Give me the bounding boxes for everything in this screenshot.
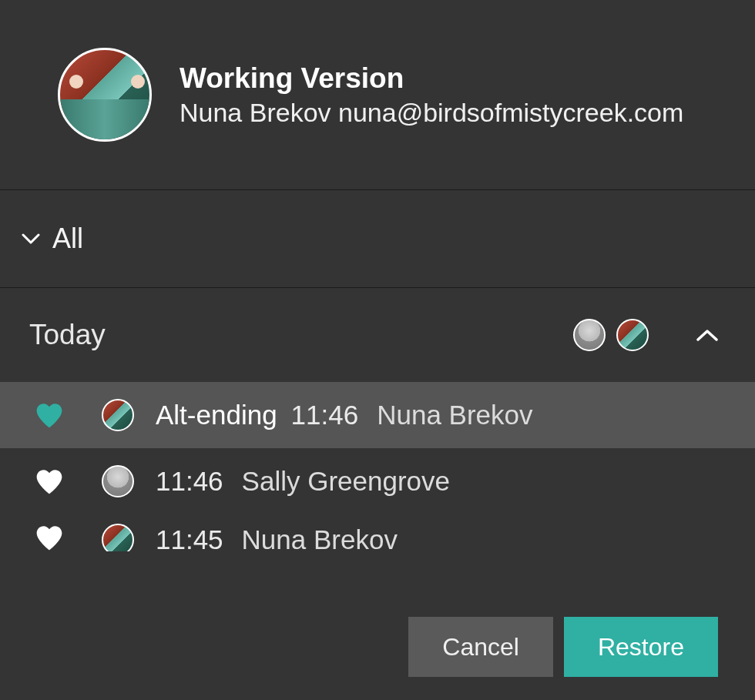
version-title: Working Version	[180, 62, 683, 95]
heart-icon[interactable]	[34, 524, 65, 551]
contributor-avatar	[573, 319, 606, 351]
version-author: Sally Greengrove	[242, 466, 450, 497]
dialog-footer: Cancel Restore	[408, 617, 718, 677]
day-header-right	[573, 319, 718, 351]
author-avatar	[102, 465, 134, 497]
user-identity: Nuna Brekov nuna@birdsofmistycreek.com	[180, 98, 683, 128]
user-email: nuna@birdsofmistycreek.com	[338, 98, 683, 127]
heart-icon[interactable]	[34, 467, 65, 495]
version-time: 11:46	[291, 400, 359, 430]
version-header: Working Version Nuna Brekov nuna@birdsof…	[0, 0, 755, 189]
day-group-header[interactable]: Today	[0, 288, 755, 382]
cancel-button[interactable]: Cancel	[408, 617, 553, 677]
version-time: 11:45	[156, 524, 223, 551]
version-row-content: Alt-ending 11:46 Nuna Brekov	[102, 399, 533, 431]
version-row-content: 11:46 Sally Greengrove	[102, 465, 450, 497]
version-time: 11:46	[156, 466, 223, 497]
version-row[interactable]: 11:45 Nuna Brekov	[0, 514, 755, 551]
version-row[interactable]: 11:46 Sally Greengrove	[0, 448, 755, 514]
version-text: Alt-ending 11:46 Nuna Brekov	[156, 400, 533, 430]
user-name: Nuna Brekov	[180, 98, 331, 127]
chevron-down-icon	[20, 228, 42, 250]
user-avatar	[58, 48, 152, 142]
version-list: Alt-ending 11:46 Nuna Brekov 11:46 Sally…	[0, 382, 755, 551]
chevron-up-icon[interactable]	[696, 324, 718, 346]
contributor-avatar	[616, 319, 649, 351]
version-text: 11:46 Sally Greengrove	[156, 466, 450, 497]
header-text-block: Working Version Nuna Brekov nuna@birdsof…	[180, 62, 683, 128]
restore-button[interactable]: Restore	[564, 617, 718, 677]
version-name: Alt-ending	[156, 400, 277, 430]
heart-icon[interactable]	[34, 401, 65, 429]
filter-label: All	[52, 223, 83, 255]
author-avatar	[102, 399, 134, 431]
version-row[interactable]: Alt-ending 11:46 Nuna Brekov	[0, 382, 755, 448]
version-row-content: 11:45 Nuna Brekov	[102, 524, 398, 551]
version-text: 11:45 Nuna Brekov	[156, 524, 398, 551]
version-author: Nuna Brekov	[242, 524, 398, 551]
filter-dropdown[interactable]: All	[0, 190, 755, 287]
version-author: Nuna Brekov	[377, 400, 532, 430]
day-label: Today	[29, 319, 106, 351]
author-avatar	[102, 524, 134, 551]
